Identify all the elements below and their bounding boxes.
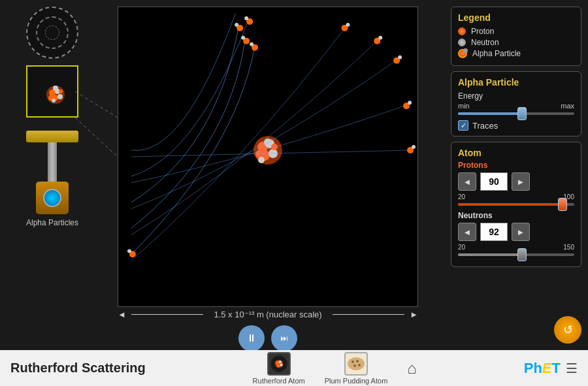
- svg-point-43: [278, 361, 281, 363]
- menu-icon[interactable]: ☰: [566, 361, 578, 376]
- neutrons-min: 20: [458, 244, 465, 251]
- svg-point-23: [235, 23, 238, 27]
- svg-point-45: [280, 363, 282, 366]
- protons-range: 20 100: [458, 193, 574, 201]
- energy-range-labels: min max: [458, 102, 574, 110]
- empty-atom-preview[interactable]: [26, 7, 78, 59]
- legend-neutron: Neutron: [458, 38, 574, 47]
- scale-text: 1.5 x 10⁻¹³ m (nuclear scale): [208, 310, 327, 319]
- arrow-right: ►: [410, 310, 418, 319]
- svg-point-21: [241, 36, 245, 40]
- protons-min: 20: [458, 193, 465, 201]
- neutrons-decrement[interactable]: ◄: [458, 223, 476, 241]
- svg-point-19: [250, 42, 253, 46]
- scale-line-right: [333, 314, 405, 315]
- protons-decrement[interactable]: ◄: [458, 172, 476, 191]
- svg-point-25: [244, 16, 248, 20]
- svg-point-49: [353, 364, 356, 367]
- alpha-particle-title: Alpha Particle: [458, 77, 574, 88]
- svg-point-31: [398, 56, 402, 59]
- svg-point-47: [351, 361, 354, 363]
- legend-proton: Proton: [458, 27, 574, 36]
- simulation-svg: [118, 7, 417, 306]
- svg-point-29: [378, 36, 382, 40]
- energy-slider-track[interactable]: [458, 112, 574, 115]
- plum-tab-label: Plum Pudding Atom: [325, 377, 388, 385]
- svg-point-17: [258, 157, 265, 163]
- plum-tab-icon: [344, 352, 368, 376]
- bottom-bar: Rutherford Scattering Rutherford Atom: [0, 350, 588, 386]
- energy-slider-thumb[interactable]: [517, 107, 527, 120]
- svg-point-44: [276, 364, 280, 367]
- neutron-label: Neutron: [471, 38, 499, 47]
- protons-label: Protons: [458, 161, 574, 170]
- rutherford-tab-icon: [267, 352, 291, 376]
- atom-title: Atom: [458, 148, 574, 158]
- rutherford-atom-preview[interactable]: [26, 65, 78, 118]
- scale-arrow-container: ◄ 1.5 x 10⁻¹³ m (nuclear scale) ►: [118, 310, 418, 319]
- pause-button[interactable]: ⏸: [238, 325, 265, 351]
- svg-point-27: [346, 23, 350, 27]
- svg-point-48: [356, 360, 359, 362]
- tab-plum-pudding[interactable]: Plum Pudding Atom: [325, 352, 388, 385]
- protons-slider-fill: [458, 203, 563, 206]
- svg-point-37: [127, 249, 131, 253]
- reset-button[interactable]: ↺: [554, 316, 581, 344]
- traces-label: Traces: [472, 121, 498, 131]
- energy-max-label: max: [561, 102, 574, 110]
- protons-slider-track[interactable]: [458, 203, 574, 206]
- neutrons-increment[interactable]: ►: [512, 223, 530, 241]
- svg-point-50: [358, 364, 361, 366]
- neutrons-value: 92: [480, 223, 508, 241]
- legend-alpha: Alpha Particle: [458, 49, 574, 58]
- traces-checkbox[interactable]: ✓: [458, 120, 468, 131]
- protons-slider-thumb[interactable]: [558, 198, 567, 211]
- svg-point-4: [57, 94, 63, 99]
- neutrons-stepper: ◄ 92 ►: [458, 223, 574, 241]
- proton-icon: [458, 27, 466, 35]
- gun-body: [36, 182, 69, 214]
- tab-home[interactable]: ⌂: [407, 359, 417, 378]
- legend-panel: Legend Proton Neutron Alpha Particle: [451, 7, 581, 66]
- traces-checkbox-row[interactable]: ✓ Traces: [458, 120, 574, 131]
- energy-min-label: min: [458, 102, 470, 110]
- svg-point-6: [53, 86, 58, 91]
- scale-line: [131, 314, 204, 315]
- svg-point-33: [408, 101, 412, 105]
- gun-lens: [43, 189, 61, 207]
- protons-increment[interactable]: ►: [512, 172, 530, 191]
- nucleus-cluster: [39, 78, 65, 105]
- neutrons-slider-fill: [458, 253, 522, 256]
- neutrons-slider-track[interactable]: [458, 253, 574, 256]
- legend-title: Legend: [458, 12, 574, 23]
- neutrons-slider-thumb[interactable]: [517, 248, 527, 261]
- left-panel: Alpha Particles: [7, 7, 98, 227]
- app-title: Rutherford Scattering: [10, 361, 146, 376]
- energy-label: Energy: [458, 91, 574, 101]
- alpha-label-text: Alpha Particle: [472, 49, 521, 58]
- neutrons-max: 150: [563, 244, 574, 251]
- scale-bar: ◄ 1.5 x 10⁻¹³ m (nuclear scale) ►: [118, 310, 418, 319]
- alpha-particle-panel: Alpha Particle Energy min max ✓ Traces: [451, 71, 581, 137]
- neutrons-range: 20 150: [458, 244, 574, 251]
- tab-rutherford[interactable]: Rutherford Atom: [253, 352, 305, 385]
- bottom-tabs: Rutherford Atom Plum Pudding Atom ⌂: [159, 352, 511, 385]
- svg-point-7: [59, 89, 63, 93]
- neutrons-label: Neutrons: [458, 211, 574, 220]
- energy-slider-fill: [458, 112, 522, 115]
- playback-controls: ⏸ ⏭: [118, 325, 418, 351]
- svg-point-46: [348, 357, 365, 370]
- svg-point-35: [412, 145, 416, 149]
- rutherford-tab-label: Rutherford Atom: [253, 377, 305, 385]
- simulation-area: [118, 7, 418, 307]
- protons-value: 90: [480, 172, 508, 191]
- neutron-icon: [458, 39, 466, 46]
- alpha-particles-label: Alpha Particles: [26, 218, 78, 227]
- home-icon: ⌂: [407, 359, 417, 378]
- step-button[interactable]: ⏭: [271, 325, 297, 351]
- gun-platform: [26, 131, 78, 142]
- gun-apparatus: Alpha Particles: [26, 131, 78, 227]
- alpha-icon: [458, 49, 467, 58]
- gun-barrel: [48, 142, 57, 182]
- arrow-left: ◄: [118, 310, 126, 319]
